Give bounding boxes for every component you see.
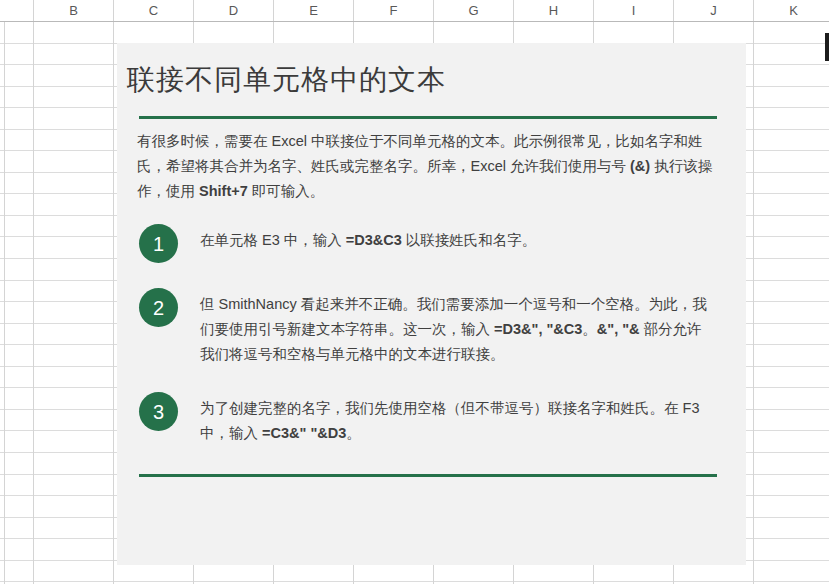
- tutorial-card: 联接不同单元格中的文本 有很多时候，需要在 Excel 中联接位于不同单元格的文…: [117, 43, 746, 565]
- column-header-j[interactable]: J: [673, 0, 753, 21]
- step-item-1: 1 在单元格 E3 中，输入 =D3&C3 以联接姓氏和名字。: [139, 224, 716, 263]
- column-header-b[interactable]: B: [33, 0, 113, 21]
- column-header-f[interactable]: F: [353, 0, 433, 21]
- excel-worksheet-view: B C D E F G H I J K 联接不同单元格中的文本 有很多时候，需要…: [0, 0, 829, 584]
- step-number-badge: 2: [139, 288, 178, 327]
- intro-paragraph: 有很多时候，需要在 Excel 中联接位于不同单元格的文本。此示例很常见，比如名…: [137, 129, 713, 204]
- step-item-2: 2 但 SmithNancy 看起来并不正确。我们需要添加一个逗号和一个空格。为…: [139, 288, 716, 367]
- column-header-k[interactable]: K: [753, 0, 829, 21]
- divider-top: [139, 116, 717, 119]
- column-header-g[interactable]: G: [433, 0, 513, 21]
- step-text: 但 SmithNancy 看起来并不正确。我们需要添加一个逗号和一个空格。为此，…: [200, 288, 716, 367]
- column-header-e[interactable]: E: [273, 0, 353, 21]
- column-header-d[interactable]: D: [193, 0, 273, 21]
- column-header-h[interactable]: H: [513, 0, 593, 21]
- card-title: 联接不同单元格中的文本: [127, 61, 746, 99]
- steps-list: 1 在单元格 E3 中，输入 =D3&C3 以联接姓氏和名字。 2 但 Smit…: [117, 224, 746, 446]
- column-header-row: B C D E F G H I J K: [0, 0, 829, 22]
- column-header-i[interactable]: I: [593, 0, 673, 21]
- column-header-partial[interactable]: [0, 0, 33, 21]
- step-number-badge: 3: [139, 392, 178, 431]
- column-header-c[interactable]: C: [113, 0, 193, 21]
- step-item-3: 3 为了创建完整的名字，我们先使用空格（但不带逗号）联接名字和姓氏。在 F3 中…: [139, 392, 716, 446]
- divider-bottom: [139, 474, 717, 477]
- step-text: 为了创建完整的名字，我们先使用空格（但不带逗号）联接名字和姓氏。在 F3 中，输…: [200, 392, 716, 446]
- step-number-badge: 1: [139, 224, 178, 263]
- vertical-scrollbar-thumb[interactable]: [825, 33, 829, 61]
- step-text: 在单元格 E3 中，输入 =D3&C3 以联接姓氏和名字。: [200, 224, 536, 253]
